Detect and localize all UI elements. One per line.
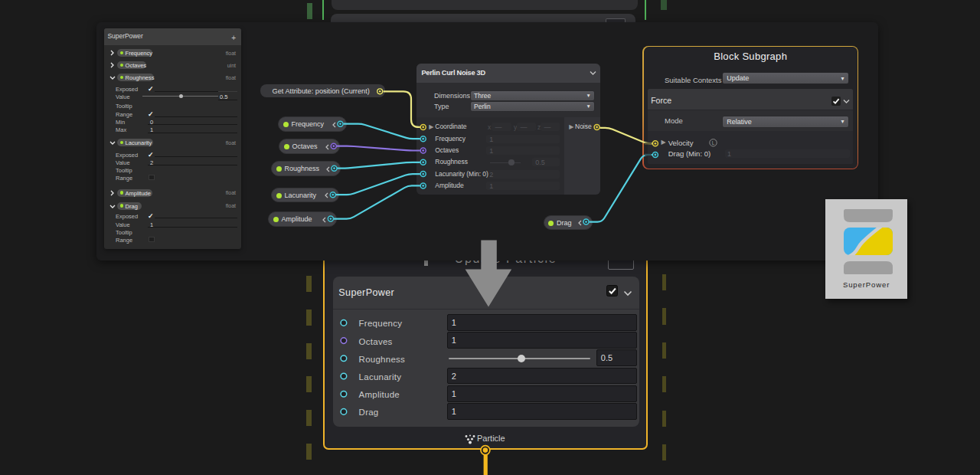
svg-text:L: L (712, 140, 715, 146)
